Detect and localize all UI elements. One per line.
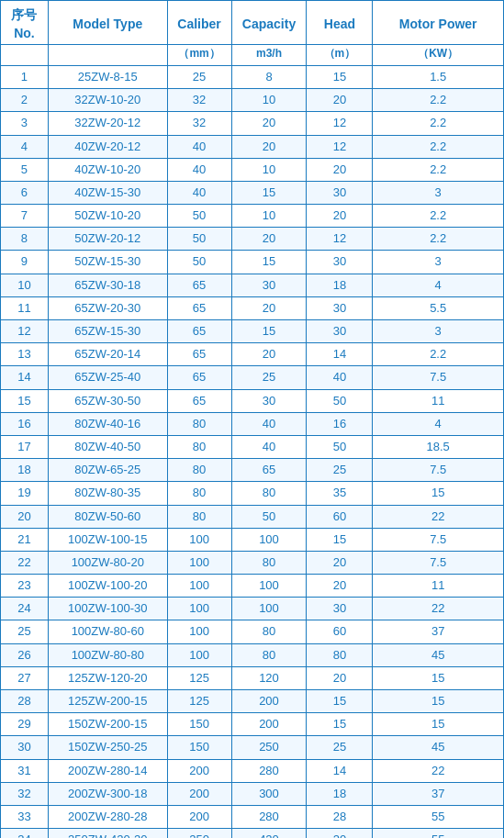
cell-head: 14	[307, 343, 373, 366]
cell-no: 19	[1, 482, 49, 505]
cell-head: 12	[307, 112, 373, 135]
cell-power: 11	[373, 389, 504, 412]
cell-capacity: 20	[231, 112, 307, 135]
cell-capacity: 250	[231, 736, 307, 759]
cell-no: 29	[1, 713, 49, 736]
cell-no: 14	[1, 366, 49, 389]
table-row: 23100ZW-100-201001002011	[1, 575, 504, 598]
cell-head: 30	[307, 598, 373, 620]
cell-no: 30	[1, 736, 49, 759]
unit-head: （m）	[307, 45, 373, 66]
cell-power: 55	[373, 829, 504, 838]
cell-model: 100ZW-80-60	[48, 620, 167, 643]
table-row: 1465ZW-25-406525407.5	[1, 366, 504, 389]
cell-caliber: 100	[167, 551, 231, 574]
cell-model: 40ZW-15-30	[48, 181, 167, 204]
cell-head: 25	[307, 736, 373, 759]
cell-power: 15	[373, 690, 504, 713]
cell-capacity: 15	[231, 181, 307, 204]
cell-power: 3	[373, 181, 504, 204]
cell-capacity: 300	[231, 782, 307, 805]
table-row: 21100ZW-100-15100100157.5	[1, 528, 504, 551]
cell-model: 50ZW-20-12	[48, 228, 167, 251]
cell-head: 80	[307, 643, 373, 666]
table-row: 332ZW-20-123220122.2	[1, 112, 504, 135]
cell-head: 30	[307, 181, 373, 204]
cell-power: 3	[373, 251, 504, 274]
cell-no: 8	[1, 228, 49, 251]
unit-power: （KW）	[373, 45, 504, 66]
cell-power: 37	[373, 620, 504, 643]
table-row: 440ZW-20-124020122.2	[1, 135, 504, 158]
cell-head: 12	[307, 135, 373, 158]
table-row: 850ZW-20-125020122.2	[1, 228, 504, 251]
cell-power: 2.2	[373, 158, 504, 181]
cell-model: 65ZW-30-18	[48, 274, 167, 296]
cell-model: 65ZW-20-30	[48, 296, 167, 319]
table-row: 1780ZW-40-5080405018.5	[1, 435, 504, 458]
cell-capacity: 10	[231, 205, 307, 228]
col-header-power: Motor Power	[373, 1, 504, 45]
cell-head: 60	[307, 505, 373, 528]
table-row: 33200ZW-280-282002802855	[1, 805, 504, 828]
cell-head: 12	[307, 228, 373, 251]
cell-head: 60	[307, 620, 373, 643]
cell-capacity: 100	[231, 575, 307, 598]
cell-head: 18	[307, 782, 373, 805]
cell-model: 250ZW-420-20	[48, 829, 167, 838]
cell-head: 30	[307, 320, 373, 343]
cell-head: 15	[307, 690, 373, 713]
cell-no: 16	[1, 412, 49, 435]
cell-capacity: 20	[231, 296, 307, 319]
cell-caliber: 50	[167, 205, 231, 228]
cell-capacity: 80	[231, 643, 307, 666]
cell-no: 28	[1, 690, 49, 713]
cell-capacity: 40	[231, 412, 307, 435]
cell-model: 150ZW-250-25	[48, 736, 167, 759]
cell-capacity: 8	[231, 65, 307, 88]
cell-no: 23	[1, 575, 49, 598]
table-row: 640ZW-15-304015303	[1, 181, 504, 204]
cell-model: 80ZW-40-16	[48, 412, 167, 435]
cell-head: 50	[307, 435, 373, 458]
cell-caliber: 65	[167, 389, 231, 412]
cell-head: 16	[307, 412, 373, 435]
cell-caliber: 125	[167, 690, 231, 713]
cell-model: 100ZW-100-30	[48, 598, 167, 620]
cell-capacity: 25	[231, 366, 307, 389]
cell-power: 4	[373, 274, 504, 296]
table-row: 26100ZW-80-80100808045	[1, 643, 504, 666]
cell-model: 50ZW-10-20	[48, 205, 167, 228]
col-header-capacity: Capacity	[231, 1, 307, 45]
cell-model: 125ZW-200-15	[48, 690, 167, 713]
cell-power: 7.5	[373, 366, 504, 389]
table-row: 22100ZW-80-2010080207.5	[1, 551, 504, 574]
cell-head: 28	[307, 805, 373, 828]
cell-no: 21	[1, 528, 49, 551]
cell-no: 7	[1, 205, 49, 228]
cell-head: 20	[307, 666, 373, 689]
cell-model: 100ZW-80-80	[48, 643, 167, 666]
table-row: 34250ZW-420-202504202055	[1, 829, 504, 838]
table-row: 1365ZW-20-146520142.2	[1, 343, 504, 366]
cell-head: 14	[307, 759, 373, 782]
cell-no: 33	[1, 805, 49, 828]
cell-power: 37	[373, 782, 504, 805]
cell-no: 24	[1, 598, 49, 620]
cell-head: 20	[307, 89, 373, 112]
cell-model: 200ZW-280-28	[48, 805, 167, 828]
cell-capacity: 280	[231, 759, 307, 782]
unit-caliber: （mm）	[167, 45, 231, 66]
cell-model: 65ZW-20-14	[48, 343, 167, 366]
cell-no: 3	[1, 112, 49, 135]
table-row: 2080ZW-50-6080506022	[1, 505, 504, 528]
cell-power: 45	[373, 643, 504, 666]
cell-model: 32ZW-20-12	[48, 112, 167, 135]
cell-power: 22	[373, 759, 504, 782]
cell-capacity: 420	[231, 829, 307, 838]
col-header-model: Model Type	[48, 1, 167, 45]
cell-caliber: 100	[167, 575, 231, 598]
cell-head: 20	[307, 158, 373, 181]
cell-caliber: 125	[167, 666, 231, 689]
cell-caliber: 250	[167, 829, 231, 838]
